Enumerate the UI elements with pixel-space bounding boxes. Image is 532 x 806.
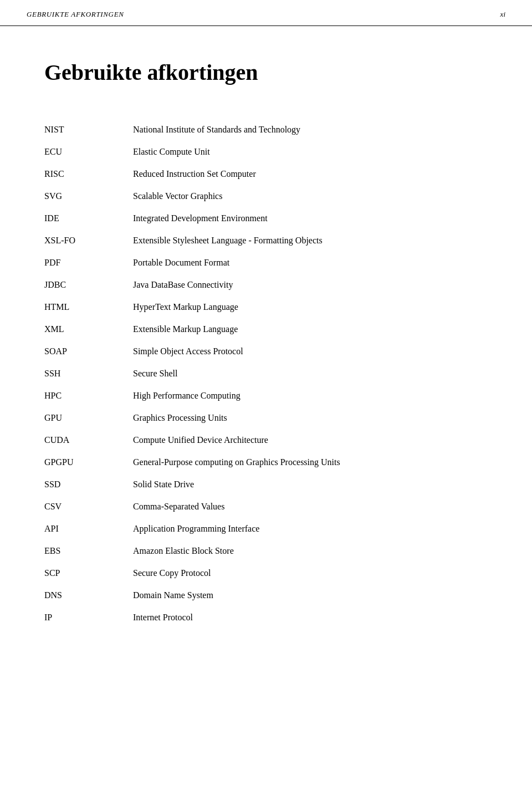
abbreviation-abbr: DNS — [44, 584, 133, 606]
table-row: CUDACompute Unified Device Architecture — [44, 429, 488, 451]
abbreviation-full: General-Purpose computing on Graphics Pr… — [133, 451, 488, 473]
table-row: PDFPortable Document Format — [44, 252, 488, 274]
table-row: SCPSecure Copy Protocol — [44, 562, 488, 584]
abbreviation-full: Comma-Separated Values — [133, 496, 488, 518]
abbreviation-full: Secure Shell — [133, 363, 488, 385]
abbreviation-abbr: XSL-FO — [44, 229, 133, 252]
table-row: SVGScalable Vector Graphics — [44, 185, 488, 207]
abbreviation-full: Application Programming Interface — [133, 518, 488, 540]
abbreviation-abbr: NIST — [44, 119, 133, 141]
table-row: SSDSolid State Drive — [44, 473, 488, 496]
table-row: RISCReduced Instruction Set Computer — [44, 163, 488, 185]
table-row: CSVComma-Separated Values — [44, 496, 488, 518]
abbreviation-abbr: API — [44, 518, 133, 540]
table-row: APIApplication Programming Interface — [44, 518, 488, 540]
table-row: EBSAmazon Elastic Block Store — [44, 540, 488, 562]
table-row: NISTNational Institute of Standards and … — [44, 119, 488, 141]
table-row: DNSDomain Name System — [44, 584, 488, 606]
page-title: Gebruikte afkortingen — [44, 59, 488, 85]
abbreviation-full: Compute Unified Device Architecture — [133, 429, 488, 451]
abbreviations-table: NISTNational Institute of Standards and … — [44, 119, 488, 629]
table-row: HTMLHyperText Markup Language — [44, 296, 488, 318]
abbreviation-abbr: JDBC — [44, 274, 133, 296]
abbreviation-full: Solid State Drive — [133, 473, 488, 496]
abbreviation-full: Java DataBase Connectivity — [133, 274, 488, 296]
table-row: SSHSecure Shell — [44, 363, 488, 385]
abbreviation-abbr: GPGPU — [44, 451, 133, 473]
table-row: ECUElastic Compute Unit — [44, 141, 488, 163]
table-row: JDBCJava DataBase Connectivity — [44, 274, 488, 296]
abbreviation-abbr: SSD — [44, 473, 133, 496]
abbreviation-abbr: IDE — [44, 207, 133, 229]
abbreviation-abbr: EBS — [44, 540, 133, 562]
abbreviation-full: Secure Copy Protocol — [133, 562, 488, 584]
header-page-number: xi — [500, 10, 505, 19]
table-row: GPUGraphics Processing Units — [44, 407, 488, 429]
abbreviation-abbr: GPU — [44, 407, 133, 429]
abbreviation-full: Domain Name System — [133, 584, 488, 606]
table-row: IDEIntegrated Development Environment — [44, 207, 488, 229]
table-row: SOAPSimple Object Access Protocol — [44, 340, 488, 363]
abbreviation-full: Scalable Vector Graphics — [133, 185, 488, 207]
table-row: IPInternet Protocol — [44, 606, 488, 629]
abbreviation-full: Graphics Processing Units — [133, 407, 488, 429]
abbreviation-abbr: CSV — [44, 496, 133, 518]
abbreviation-full: High Performance Computing — [133, 385, 488, 407]
page-content: Gebruikte afkortingen NISTNational Insti… — [0, 26, 532, 662]
abbreviation-full: Extensible Stylesheet Language - Formatt… — [133, 229, 488, 252]
abbreviation-abbr: SVG — [44, 185, 133, 207]
abbreviation-abbr: SCP — [44, 562, 133, 584]
abbreviation-full: Integrated Development Environment — [133, 207, 488, 229]
abbreviation-full: Elastic Compute Unit — [133, 141, 488, 163]
abbreviation-full: Amazon Elastic Block Store — [133, 540, 488, 562]
abbreviation-abbr: RISC — [44, 163, 133, 185]
abbreviation-full: Internet Protocol — [133, 606, 488, 629]
abbreviation-abbr: SOAP — [44, 340, 133, 363]
abbreviation-full: Extensible Markup Language — [133, 318, 488, 340]
abbreviation-abbr: HPC — [44, 385, 133, 407]
abbreviation-full: Reduced Instruction Set Computer — [133, 163, 488, 185]
abbreviation-abbr: XML — [44, 318, 133, 340]
abbreviation-abbr: IP — [44, 606, 133, 629]
abbreviation-abbr: SSH — [44, 363, 133, 385]
page-header: GEBRUIKTE AFKORTINGEN xi — [0, 0, 532, 26]
table-row: XMLExtensible Markup Language — [44, 318, 488, 340]
table-row: GPGPUGeneral-Purpose computing on Graphi… — [44, 451, 488, 473]
abbreviation-full: Portable Document Format — [133, 252, 488, 274]
abbreviation-full: National Institute of Standards and Tech… — [133, 119, 488, 141]
abbreviation-full: HyperText Markup Language — [133, 296, 488, 318]
abbreviation-full: Simple Object Access Protocol — [133, 340, 488, 363]
header-title: GEBRUIKTE AFKORTINGEN — [27, 10, 124, 19]
table-row: XSL-FOExtensible Stylesheet Language - F… — [44, 229, 488, 252]
abbreviation-abbr: HTML — [44, 296, 133, 318]
abbreviation-abbr: CUDA — [44, 429, 133, 451]
abbreviation-abbr: ECU — [44, 141, 133, 163]
table-row: HPCHigh Performance Computing — [44, 385, 488, 407]
abbreviation-abbr: PDF — [44, 252, 133, 274]
